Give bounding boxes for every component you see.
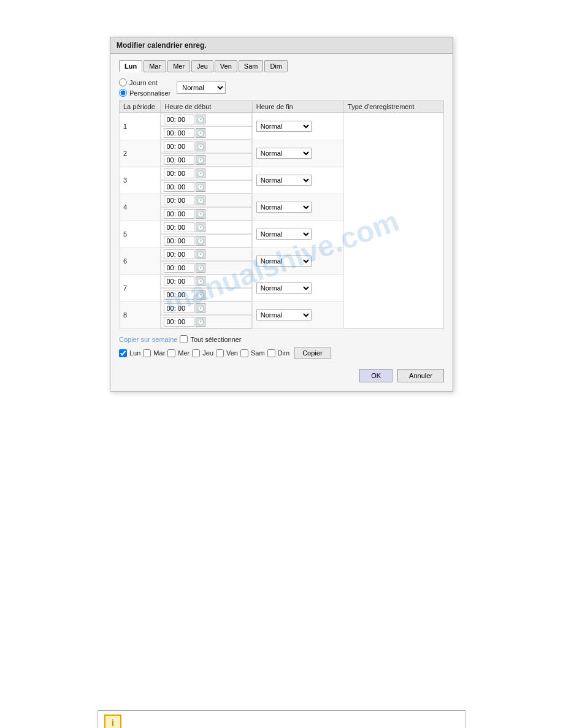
radio-journ-ent: Journ ent xyxy=(119,78,170,86)
col-header-type: Type d'enregistrement xyxy=(344,101,444,113)
label-dim: Dim xyxy=(278,349,290,357)
start-time-cell-4: 🕐 xyxy=(161,194,251,207)
start-time-cell-6: 🕐 xyxy=(161,248,251,261)
end-time-btn-1[interactable]: 🕐 xyxy=(196,128,205,138)
start-time-cell-2: 🕐 xyxy=(161,140,251,153)
end-time-btn-4[interactable]: 🕐 xyxy=(196,209,205,219)
tab-mer[interactable]: Mer xyxy=(167,60,190,72)
start-input-4[interactable] xyxy=(164,195,194,205)
start-input-6[interactable] xyxy=(164,249,194,259)
tab-ven[interactable]: Ven xyxy=(215,60,237,72)
start-time-btn-6[interactable]: 🕐 xyxy=(196,249,205,259)
copy-button[interactable]: Copier xyxy=(294,347,330,359)
radio-journ-ent-input[interactable] xyxy=(119,78,127,86)
start-input-7[interactable] xyxy=(164,276,194,286)
end-time-btn-3[interactable]: 🕐 xyxy=(196,182,205,192)
table-row: 6🕐🕐NormalMouvementAlarmeMouvement|Alarme xyxy=(120,248,444,275)
tab-dim[interactable]: Dim xyxy=(264,60,288,72)
col-header-end: Heure de fin xyxy=(252,101,343,113)
start-time-btn-8[interactable]: 🕐 xyxy=(196,303,205,313)
table-row: 3🕐🕐NormalMouvementAlarmeMouvement|Alarme xyxy=(120,167,444,194)
end-time-cell-7: 🕐 xyxy=(161,288,251,301)
checkbox-mar[interactable] xyxy=(143,349,151,357)
period-cell-5: 5 xyxy=(120,221,161,248)
end-time-cell-2: 🕐 xyxy=(161,153,251,167)
table-row: 1🕐🕐NormalMouvementAlarmeMouvement|Alarme xyxy=(120,113,444,140)
copy-link[interactable]: Copier sur semaine xyxy=(119,336,177,343)
type-select-2[interactable]: NormalMouvementAlarmeMouvement|Alarme xyxy=(256,148,312,159)
end-time-cell-6: 🕐 xyxy=(161,261,251,275)
day-tabs: Lun Mar Mer Jeu Ven Sam Dim xyxy=(119,60,444,72)
checkbox-sam[interactable] xyxy=(240,349,248,357)
dialog-buttons: OK Annuler xyxy=(119,364,444,385)
label-ven: Ven xyxy=(226,349,238,357)
start-time-btn-1[interactable]: 🕐 xyxy=(196,115,205,124)
tab-jeu[interactable]: Jeu xyxy=(191,60,213,72)
copy-row: Copier sur semaine Tout sélectionner xyxy=(119,335,444,343)
end-input-8[interactable] xyxy=(164,317,194,327)
start-input-8[interactable] xyxy=(164,303,194,313)
type-cell-5: NormalMouvementAlarmeMouvement|Alarme xyxy=(252,221,343,248)
radio-journ-ent-label: Journ ent xyxy=(129,79,158,86)
cancel-button[interactable]: Annuler xyxy=(397,369,444,382)
start-time-btn-4[interactable]: 🕐 xyxy=(196,195,205,205)
end-input-6[interactable] xyxy=(164,263,194,273)
tab-sam[interactable]: Sam xyxy=(239,60,264,72)
tab-mar[interactable]: Mar xyxy=(144,60,166,72)
ok-button[interactable]: OK xyxy=(359,369,393,382)
type-cell-1: NormalMouvementAlarmeMouvement|Alarme xyxy=(252,113,343,140)
radio-personnaliser-input[interactable] xyxy=(119,89,127,97)
end-time-btn-7[interactable]: 🕐 xyxy=(196,290,205,300)
end-input-1[interactable] xyxy=(164,128,194,138)
start-input-2[interactable] xyxy=(164,142,194,151)
type-select-4[interactable]: NormalMouvementAlarmeMouvement|Alarme xyxy=(256,202,312,213)
info-icon-symbol: i xyxy=(112,718,114,728)
label-mar: Mar xyxy=(153,349,165,357)
checkbox-dim[interactable] xyxy=(267,349,275,357)
start-time-cell-8: 🕐 xyxy=(161,301,251,315)
tout-selectionner-label: Tout sélectionner xyxy=(190,336,241,343)
checkbox-jeu[interactable] xyxy=(192,349,200,357)
start-time-btn-2[interactable]: 🕐 xyxy=(196,142,205,151)
table-row: 4🕐🕐NormalMouvementAlarmeMouvement|Alarme xyxy=(120,194,444,221)
start-time-btn-7[interactable]: 🕐 xyxy=(196,276,205,286)
checkbox-mer[interactable] xyxy=(167,349,175,357)
start-time-btn-3[interactable]: 🕐 xyxy=(196,169,205,178)
type-select-7[interactable]: NormalMouvementAlarmeMouvement|Alarme xyxy=(256,282,312,294)
end-time-btn-2[interactable]: 🕐 xyxy=(196,155,205,165)
period-cell-4: 4 xyxy=(120,194,161,221)
type-select-8[interactable]: NormalMouvementAlarmeMouvement|Alarme xyxy=(256,309,312,320)
table-row: 5🕐🕐NormalMouvementAlarmeMouvement|Alarme xyxy=(120,221,444,248)
end-time-btn-5[interactable]: 🕐 xyxy=(196,236,205,246)
end-input-4[interactable] xyxy=(164,209,194,219)
tab-lun[interactable]: Lun xyxy=(119,60,142,72)
start-time-btn-5[interactable]: 🕐 xyxy=(196,222,205,232)
label-lun: Lun xyxy=(129,349,140,357)
end-input-2[interactable] xyxy=(164,155,194,165)
checkbox-ven[interactable] xyxy=(216,349,224,357)
type-select-1[interactable]: NormalMouvementAlarmeMouvement|Alarme xyxy=(256,121,312,132)
type-select-5[interactable]: NormalMouvementAlarmeMouvement|Alarme xyxy=(256,229,312,240)
end-input-5[interactable] xyxy=(164,236,194,246)
period-cell-6: 6 xyxy=(120,248,161,275)
table-row: 8🕐🕐NormalMouvementAlarmeMouvement|Alarme xyxy=(120,301,444,329)
dialog: Modifier calendrier enreg. Lun Mar Mer J… xyxy=(110,37,453,392)
type-select-6[interactable]: NormalMouvementAlarmeMouvement|Alarme xyxy=(256,256,312,267)
dialog-title: Modifier calendrier enreg. xyxy=(110,37,453,54)
radio-personnaliser-label: Personnaliser xyxy=(129,89,170,97)
type-cell-8: NormalMouvementAlarmeMouvement|Alarme xyxy=(252,301,343,329)
end-input-3[interactable] xyxy=(164,182,194,192)
type-select-3[interactable]: NormalMouvementAlarmeMouvement|Alarme xyxy=(256,175,312,186)
start-input-3[interactable] xyxy=(164,169,194,178)
start-input-5[interactable] xyxy=(164,222,194,232)
end-time-cell-4: 🕐 xyxy=(161,207,251,221)
end-input-7[interactable] xyxy=(164,290,194,300)
checkbox-lun[interactable] xyxy=(119,349,127,357)
end-time-btn-8[interactable]: 🕐 xyxy=(196,317,205,327)
normal-dropdown[interactable]: Normal Mouvement Alarme xyxy=(177,82,226,94)
start-time-cell-3: 🕐 xyxy=(161,167,251,180)
tout-selectionner-checkbox[interactable] xyxy=(180,335,188,343)
days-checkboxes: Lun Mar Mer Jeu Ven Sam Dim Copier xyxy=(119,347,444,359)
end-time-btn-6[interactable]: 🕐 xyxy=(196,263,205,273)
start-input-1[interactable] xyxy=(164,115,194,124)
